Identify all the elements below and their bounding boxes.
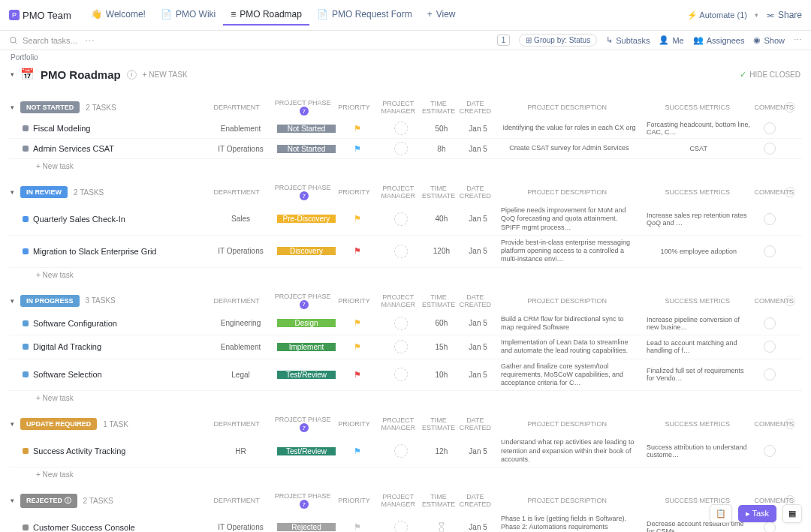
add-column-button[interactable]: +: [785, 102, 795, 113]
time-estimate-value[interactable]: 60h: [436, 319, 448, 327]
col-date[interactable]: DATE CREATED: [457, 493, 494, 508]
priority-cell[interactable]: ⚑: [336, 246, 379, 256]
status-dot[interactable]: [23, 146, 29, 152]
task-row[interactable]: Software Selection Legal Test/Review ⚑ 1…: [9, 359, 802, 392]
date-cell[interactable]: Jan 5: [460, 247, 496, 255]
task-name[interactable]: Digital Ad Tracking: [33, 342, 101, 351]
search-input[interactable]: Search tasks...: [9, 36, 77, 45]
apps-button[interactable]: ▦: [782, 504, 802, 523]
collapse-caret-icon[interactable]: ▾: [11, 71, 14, 78]
manager-cell[interactable]: [379, 142, 423, 155]
comments-cell[interactable]: [755, 143, 784, 155]
description-cell[interactable]: Gather and finalize core system/tool req…: [496, 359, 642, 391]
time-cell[interactable]: 15h: [424, 343, 460, 351]
date-cell[interactable]: Jan 5: [460, 319, 496, 327]
more-icon[interactable]: ⋯: [794, 35, 802, 45]
manager-cell[interactable]: [379, 444, 423, 458]
time-estimate-value[interactable]: 12h: [436, 447, 448, 455]
col-date[interactable]: DATE CREATED: [457, 100, 494, 115]
col-desc[interactable]: PROJECT DESCRIPTION: [493, 104, 641, 111]
task-name[interactable]: Migration to Slack Enterprise Grid: [33, 247, 156, 256]
col-manager[interactable]: PROJECT MANAGER: [376, 185, 421, 200]
chevron-down-icon[interactable]: ▾: [755, 11, 758, 19]
add-column-button[interactable]: +: [785, 187, 795, 197]
col-date[interactable]: DATE CREATED: [457, 185, 494, 200]
description-cell[interactable]: Create CSAT survey for Admin Services: [496, 141, 642, 155]
time-cell[interactable]: 60h: [424, 319, 460, 327]
me-button[interactable]: 👤 Me: [659, 35, 683, 45]
phase-cell[interactable]: Design: [277, 319, 336, 327]
col-desc[interactable]: PROJECT DESCRIPTION: [493, 420, 641, 428]
new-task-inline-button[interactable]: + New task: [9, 467, 802, 482]
time-estimate-value[interactable]: 40h: [436, 215, 448, 223]
department-cell[interactable]: IT Operations: [204, 145, 277, 153]
task-name[interactable]: Software Selection: [33, 370, 102, 379]
date-cell[interactable]: Jan 5: [460, 125, 496, 133]
comments-cell[interactable]: [755, 213, 784, 225]
time-cell[interactable]: 8h: [424, 145, 460, 153]
notepad-button[interactable]: 📋: [710, 504, 732, 523]
description-cell[interactable]: Build a CRM flow for bidirectional sync …: [496, 312, 642, 335]
manager-cell[interactable]: [379, 212, 423, 226]
add-column-button[interactable]: +: [785, 419, 795, 429]
manager-cell[interactable]: [379, 340, 423, 353]
new-task-inline-button[interactable]: + New task: [9, 159, 802, 173]
task-row[interactable]: Digital Ad Tracking Enablement Implement…: [9, 335, 802, 359]
department-cell[interactable]: IT Operations: [204, 523, 277, 531]
new-task-inline-button[interactable]: + New task: [9, 391, 802, 405]
col-comments[interactable]: COMMENTS: [755, 104, 785, 111]
priority-cell[interactable]: ⚑: [336, 370, 379, 380]
assignees-button[interactable]: 👥 Assignees: [693, 35, 745, 45]
status-pill[interactable]: REJECTED ⓘ: [20, 494, 77, 508]
col-phase[interactable]: PROJECT PHASE7: [273, 184, 332, 200]
date-cell[interactable]: Jan 5: [460, 523, 496, 531]
task-name[interactable]: Quarterly Sales Check-In: [33, 215, 125, 224]
task-name[interactable]: Admin Services CSAT: [33, 144, 114, 153]
collapse-caret-icon[interactable]: ▾: [11, 420, 14, 428]
department-cell[interactable]: Engineering: [204, 319, 277, 327]
col-desc[interactable]: PROJECT DESCRIPTION: [493, 497, 641, 504]
col-priority[interactable]: PRIORITY: [332, 188, 376, 196]
status-pill[interactable]: NOT STARTED: [20, 101, 80, 113]
task-row[interactable]: Fiscal Modeling Enablement Not Started ⚑…: [9, 119, 802, 139]
time-estimate-value[interactable]: 50h: [436, 125, 448, 133]
tab-pmo-roadmap[interactable]: ≡PMO Roadmap: [223, 5, 309, 26]
col-date[interactable]: DATE CREATED: [457, 416, 494, 431]
col-department[interactable]: DEPARTMENT: [200, 297, 273, 305]
new-task-floating-button[interactable]: ▸ Task: [738, 505, 776, 522]
task-row[interactable]: Migration to Slack Enterprise Grid IT Op…: [9, 236, 802, 268]
manager-cell[interactable]: [379, 368, 423, 381]
status-dot[interactable]: [23, 448, 29, 454]
time-cell[interactable]: 50h: [424, 125, 460, 133]
collapse-caret-icon[interactable]: ▾: [11, 297, 14, 305]
comments-cell[interactable]: [755, 317, 784, 329]
manager-cell[interactable]: [379, 122, 423, 135]
metrics-cell[interactable]: Lead to account matching and handling of…: [642, 339, 755, 354]
collapse-caret-icon[interactable]: ▾: [11, 497, 14, 504]
subtasks-button[interactable]: ↳ Subtasks: [606, 35, 650, 45]
col-department[interactable]: DEPARTMENT: [200, 188, 273, 196]
priority-cell[interactable]: ⚑: [336, 144, 379, 154]
col-time[interactable]: TIME ESTIMATE: [421, 100, 457, 115]
task-name[interactable]: Success Activity Tracking: [33, 446, 126, 455]
col-time[interactable]: TIME ESTIMATE: [421, 185, 457, 200]
status-dot[interactable]: [23, 248, 29, 254]
col-date[interactable]: DATE CREATED: [457, 293, 494, 308]
time-cell[interactable]: 12h: [424, 447, 460, 455]
priority-cell[interactable]: ⚑: [336, 342, 379, 352]
phase-cell[interactable]: Test/Review: [277, 447, 336, 455]
automate-button[interactable]: ⚡ Automate (1): [687, 11, 747, 20]
time-estimate-value[interactable]: 15h: [436, 343, 448, 351]
col-metrics[interactable]: SUCCESS METRICS: [641, 497, 755, 504]
col-priority[interactable]: PRIORITY: [332, 104, 376, 111]
priority-cell[interactable]: ⚑: [336, 522, 379, 532]
description-cell[interactable]: Phase 1 is live (getting fields in Softw…: [496, 512, 642, 532]
col-comments[interactable]: COMMENTS: [755, 188, 785, 196]
col-time[interactable]: TIME ESTIMATE: [421, 416, 457, 431]
col-manager[interactable]: PROJECT MANAGER: [376, 493, 421, 508]
more-icon[interactable]: ⋯: [85, 35, 95, 46]
metrics-cell[interactable]: Forcasting headcount, bottom line, CAC, …: [642, 121, 755, 136]
priority-cell[interactable]: ⚑: [336, 124, 379, 134]
time-cell[interactable]: 10h: [424, 371, 460, 379]
description-cell[interactable]: Identifying the value for roles in each …: [496, 121, 642, 135]
